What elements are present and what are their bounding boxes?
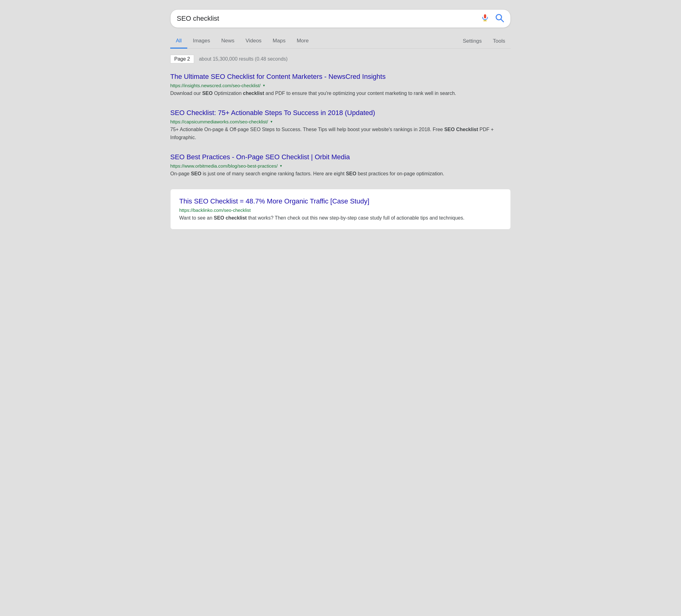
page-container: All Images News Videos Maps More Setting…: [170, 9, 511, 230]
search-input[interactable]: [177, 15, 481, 23]
result-url-row-1: https://insights.newscred.com/seo-checkl…: [170, 83, 511, 88]
tab-all[interactable]: All: [170, 34, 187, 49]
result-title-3[interactable]: SEO Best Practices - On-Page SEO Checkli…: [170, 153, 511, 162]
tab-tools[interactable]: Tools: [487, 34, 511, 48]
results-info: Page 2 about 15,300,000 results (0.48 se…: [170, 55, 511, 63]
result-card: This SEO Checklist = 48.7% More Organic …: [170, 189, 511, 230]
dropdown-arrow-2[interactable]: ▼: [270, 120, 273, 124]
result-url-3: https://www.orbitmedia.com/blog/seo-best…: [170, 163, 278, 168]
result-title-1[interactable]: The Ultimate SEO Checklist for Content M…: [170, 72, 511, 82]
result-url-2: https://capsicummediaworks.com/seo-check…: [170, 119, 268, 124]
result-snippet-3: On-page SEO is just one of many search e…: [170, 170, 511, 178]
result-url-row-2: https://capsicummediaworks.com/seo-check…: [170, 119, 511, 124]
dropdown-arrow-3[interactable]: ▼: [279, 164, 283, 168]
result-title-2[interactable]: SEO Checklist: 75+ Actionable Steps To S…: [170, 108, 511, 118]
result-snippet-2: 75+ Actionable On-page & Off-page SEO St…: [170, 126, 511, 141]
result-item-1: The Ultimate SEO Checklist for Content M…: [170, 72, 511, 97]
tab-more[interactable]: More: [291, 34, 314, 49]
page-badge: Page 2: [170, 55, 194, 63]
tab-videos[interactable]: Videos: [240, 34, 267, 49]
tab-maps[interactable]: Maps: [267, 34, 291, 49]
search-icon[interactable]: [495, 13, 504, 24]
result-item-3: SEO Best Practices - On-Page SEO Checkli…: [170, 153, 511, 178]
tab-images[interactable]: Images: [187, 34, 216, 49]
dropdown-arrow-1[interactable]: ▼: [262, 84, 266, 87]
result-card-snippet: Want to see an SEO checklist that works?…: [179, 214, 502, 222]
tab-settings[interactable]: Settings: [457, 34, 487, 48]
result-card-url: https://backlinko.com/seo-checklist: [179, 208, 251, 213]
result-card-url-row: https://backlinko.com/seo-checklist: [179, 208, 502, 213]
result-url-row-3: https://www.orbitmedia.com/blog/seo-best…: [170, 163, 511, 168]
result-item-2: SEO Checklist: 75+ Actionable Steps To S…: [170, 108, 511, 141]
search-bar: [170, 9, 511, 28]
svg-rect-0: [484, 14, 486, 18]
search-icons: [481, 13, 504, 24]
tab-news[interactable]: News: [216, 34, 240, 49]
result-snippet-1: Download our SEO Optimization checklist …: [170, 89, 511, 98]
nav-tabs: All Images News Videos Maps More Setting…: [170, 34, 511, 49]
result-card-title[interactable]: This SEO Checklist = 48.7% More Organic …: [179, 197, 502, 206]
svg-line-2: [501, 19, 503, 22]
result-url-1: https://insights.newscred.com/seo-checkl…: [170, 83, 261, 88]
results-count: about 15,300,000 results (0.48 seconds): [199, 56, 287, 62]
mic-icon[interactable]: [481, 14, 489, 24]
